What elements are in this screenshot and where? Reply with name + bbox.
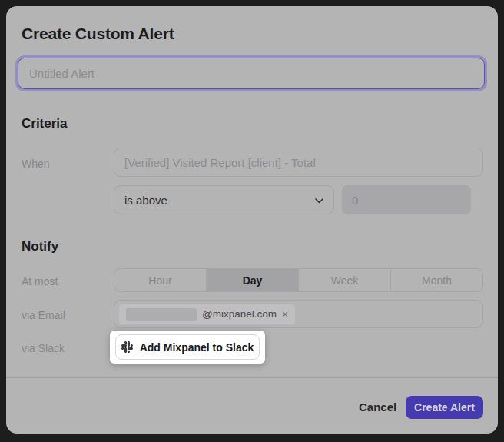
email-redacted-name [126, 308, 197, 321]
alert-name-input[interactable] [18, 58, 485, 89]
condition-select[interactable]: is above [114, 185, 334, 214]
slack-icon [121, 341, 133, 353]
frequency-segmented-control: Hour Day Week Month [114, 268, 483, 292]
frequency-option-week[interactable]: Week [298, 269, 390, 291]
at-most-label: At most [22, 275, 58, 287]
via-email-label: via Email [22, 309, 65, 321]
slack-spotlight-highlight: Add Mixpanel to Slack [110, 331, 265, 364]
when-event-input[interactable] [114, 148, 483, 177]
footer-divider [6, 377, 498, 378]
create-alert-button[interactable]: Create Alert [406, 396, 483, 419]
email-recipient-chip: @mixpanel.com × [119, 304, 295, 324]
remove-email-icon[interactable]: × [282, 309, 288, 320]
email-domain-text: @mixpanel.com [202, 308, 277, 320]
slack-button-label: Add Mixpanel to Slack [140, 341, 254, 354]
dimmed-overlay-backdrop: Create Custom Alert Criteria When is abo… [0, 0, 504, 442]
create-custom-alert-dialog: Create Custom Alert Criteria When is abo… [6, 6, 498, 434]
frequency-option-day[interactable]: Day [206, 269, 298, 291]
email-recipients-field[interactable]: @mixpanel.com × [114, 300, 483, 328]
when-label: When [22, 158, 50, 170]
condition-select-value: is above [124, 194, 167, 207]
dialog-title: Create Custom Alert [22, 25, 174, 43]
cancel-button[interactable]: Cancel [359, 400, 396, 414]
via-slack-label: via Slack [22, 342, 65, 354]
frequency-option-hour[interactable]: Hour [114, 269, 206, 291]
notify-heading: Notify [22, 239, 58, 254]
add-mixpanel-to-slack-button[interactable]: Add Mixpanel to Slack [115, 334, 260, 360]
chevron-down-icon [315, 193, 323, 207]
threshold-input[interactable] [342, 185, 471, 214]
frequency-option-month[interactable]: Month [390, 269, 482, 291]
criteria-heading: Criteria [22, 116, 68, 131]
